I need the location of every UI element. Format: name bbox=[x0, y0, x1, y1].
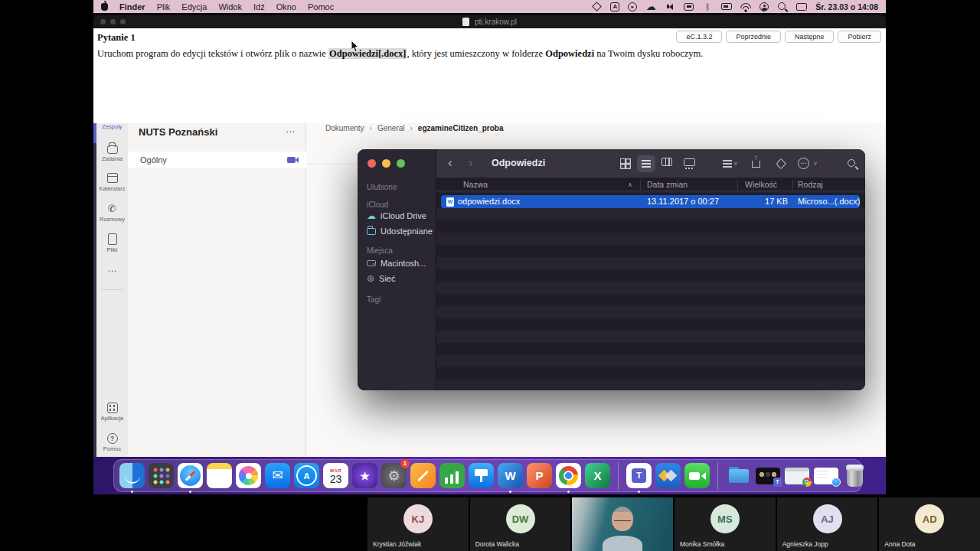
column-view-button[interactable] bbox=[662, 158, 672, 166]
apple-menu-icon[interactable] bbox=[101, 3, 108, 11]
breadcrumb-dokumenty[interactable]: Dokumenty bbox=[325, 124, 364, 132]
participant-tile[interactable]: MS Monika Smółka bbox=[675, 497, 776, 551]
menu-okno[interactable]: Okno bbox=[276, 2, 296, 11]
display-icon[interactable] bbox=[796, 2, 807, 12]
list-view-button[interactable] bbox=[637, 155, 655, 172]
menu-clock[interactable]: Śr. 23.03 o 14:08 bbox=[815, 2, 878, 11]
menu-edycja[interactable]: Edycja bbox=[181, 2, 207, 11]
rail-item-teams[interactable]: Zespoły bbox=[96, 123, 128, 130]
cloud-icon[interactable]: ☁ bbox=[645, 2, 656, 12]
previous-button[interactable]: Poprzednie bbox=[726, 31, 781, 43]
participant-tile[interactable]: KJ Krystian Jóźwiak bbox=[368, 497, 469, 551]
column-divider[interactable] bbox=[640, 180, 641, 190]
forward-button[interactable]: › bbox=[469, 155, 473, 171]
rail-calendar-label: Kalendarz bbox=[100, 185, 126, 192]
dock-chrome[interactable] bbox=[555, 461, 582, 491]
dock-minimized-chrome-window[interactable] bbox=[783, 461, 810, 491]
rail-item-apps[interactable]: Aplikacje bbox=[96, 403, 128, 422]
sidebar-item-macintosh-hd[interactable]: Macintosh... bbox=[367, 259, 426, 268]
menu-idz[interactable]: Idź bbox=[253, 2, 265, 11]
chrome-badge-icon bbox=[802, 478, 812, 487]
spotlight-search-icon[interactable] bbox=[777, 2, 788, 12]
rail-item-files[interactable]: Pliki bbox=[96, 233, 128, 253]
dock-teams[interactable]: T bbox=[626, 461, 652, 491]
menu-plik[interactable]: Plik bbox=[157, 2, 171, 11]
dock-mail[interactable]: ✉ bbox=[264, 461, 291, 491]
tag-button[interactable] bbox=[774, 158, 788, 170]
rail-item-more[interactable]: ⋯ bbox=[96, 265, 128, 277]
dock-numbers[interactable] bbox=[439, 461, 466, 491]
sidebar-item-network[interactable]: ⊕ Sieć bbox=[367, 274, 395, 283]
dock-excel[interactable]: X bbox=[584, 461, 611, 491]
next-button[interactable]: Następne bbox=[785, 31, 835, 43]
dock-calendar[interactable]: MAR23 bbox=[322, 461, 349, 491]
group-by-button[interactable] bbox=[720, 158, 734, 170]
rail-item-calendar[interactable]: Kalendarz bbox=[96, 171, 128, 192]
dock-launchpad[interactable] bbox=[148, 461, 175, 491]
column-name[interactable]: Nazwa bbox=[463, 180, 488, 189]
dock-minimized-teams-window[interactable]: T bbox=[754, 461, 781, 491]
close-button[interactable] bbox=[368, 159, 376, 168]
wifi-icon[interactable] bbox=[740, 2, 751, 12]
column-divider[interactable] bbox=[737, 180, 738, 190]
back-button[interactable]: ‹ bbox=[448, 155, 452, 171]
menu-pomoc[interactable]: Pomoc bbox=[308, 2, 334, 11]
dock-keynote[interactable] bbox=[468, 461, 495, 491]
participant-tile[interactable]: AD Anna Dota bbox=[879, 497, 980, 551]
battery-icon[interactable] bbox=[721, 2, 732, 12]
more-actions-button[interactable]: ⋯ bbox=[798, 158, 809, 169]
breadcrumb-current[interactable]: egzamineCitizen_proba bbox=[418, 124, 504, 132]
dock-finder[interactable] bbox=[119, 461, 145, 491]
version-button[interactable]: eC.1.3.2 bbox=[676, 31, 722, 43]
rail-item-help[interactable]: Pomoc bbox=[96, 433, 128, 452]
download-button[interactable]: Pobierz bbox=[838, 31, 881, 43]
bluetooth-icon[interactable]: ᛒ bbox=[702, 2, 713, 12]
minimize-button[interactable] bbox=[382, 159, 390, 168]
share-button[interactable] bbox=[752, 161, 760, 168]
dock-facetime[interactable] bbox=[684, 461, 710, 491]
play-circle-icon[interactable] bbox=[628, 2, 637, 11]
dock-notes[interactable] bbox=[206, 461, 233, 491]
channel-ogolny[interactable]: Ogólny bbox=[128, 152, 306, 168]
meeting-camera-icon[interactable] bbox=[287, 157, 296, 163]
zoom-button[interactable] bbox=[397, 159, 405, 168]
file-row-selected[interactable]: W odpowiedzi.docx 13.11.2017 o 00:27 17 … bbox=[441, 195, 860, 208]
participant-video-tile[interactable] bbox=[572, 497, 673, 551]
dock-pages[interactable] bbox=[410, 461, 436, 491]
dock-photos[interactable] bbox=[235, 461, 262, 491]
breadcrumb-general[interactable]: General bbox=[377, 124, 405, 132]
dock-word[interactable]: W bbox=[497, 461, 524, 491]
dock-powerpoint[interactable]: P bbox=[526, 461, 553, 491]
user-circle-icon[interactable] bbox=[760, 2, 769, 11]
keyboard-battery-icon[interactable] bbox=[684, 3, 694, 11]
column-size[interactable]: Wielkość bbox=[745, 180, 777, 189]
menu-app-name[interactable]: Finder bbox=[119, 2, 145, 11]
dock-downloads-folder[interactable] bbox=[725, 461, 752, 491]
finder-window-controls[interactable] bbox=[368, 159, 405, 168]
participant-tile[interactable]: AJ Agnieszka Jopp bbox=[777, 497, 878, 551]
search-button[interactable] bbox=[845, 158, 859, 170]
volume-icon[interactable] bbox=[665, 2, 675, 12]
gallery-view-button[interactable] bbox=[682, 158, 696, 170]
menu-widok[interactable]: Widok bbox=[218, 2, 242, 11]
column-kind[interactable]: Rodzaj bbox=[798, 180, 823, 189]
team-more-button[interactable]: ⋯ bbox=[286, 126, 295, 137]
rail-item-calls[interactable]: ✆ Rozmowy bbox=[96, 202, 128, 223]
sidebar-item-icloud-drive[interactable]: ☁ iCloud Drive bbox=[367, 211, 426, 220]
dock-safari[interactable] bbox=[177, 461, 204, 491]
column-divider[interactable] bbox=[792, 180, 793, 190]
dock-imovie[interactable]: ★ bbox=[351, 461, 378, 491]
rail-item-tasks[interactable]: Zadania bbox=[96, 142, 128, 162]
browser-title-bar[interactable]: pti.krakow.pl bbox=[93, 15, 886, 28]
shortcuts-icon[interactable] bbox=[591, 2, 602, 12]
dock-trash[interactable] bbox=[841, 461, 868, 491]
participant-tile[interactable]: DW Dorota Walicka bbox=[470, 497, 571, 551]
dock-app-store[interactable]: A bbox=[293, 461, 320, 491]
dock-company-portal[interactable] bbox=[655, 461, 681, 491]
dock-system-preferences[interactable]: ⚙1 bbox=[381, 461, 407, 491]
icon-view-button[interactable] bbox=[619, 158, 632, 170]
column-date[interactable]: Data zmian bbox=[647, 180, 688, 189]
sidebar-item-shared[interactable]: Udostępniane bbox=[367, 227, 433, 236]
keyboard-a-icon[interactable] bbox=[610, 2, 619, 11]
dock-minimized-safari-window[interactable] bbox=[812, 461, 839, 491]
